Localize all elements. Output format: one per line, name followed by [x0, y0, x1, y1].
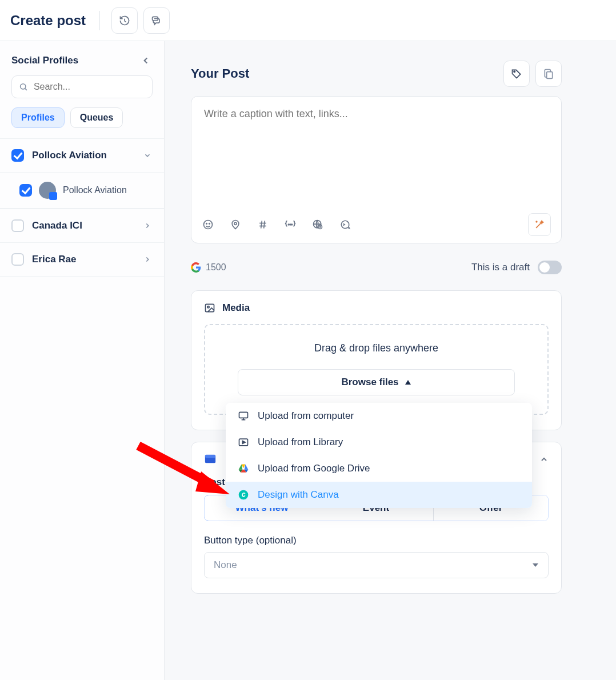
svg-point-21	[536, 221, 537, 222]
svg-marker-24	[405, 380, 411, 385]
google-icon	[191, 262, 201, 273]
svg-point-10	[234, 222, 237, 225]
button-type-value: None	[214, 559, 237, 571]
globe-icon	[312, 219, 323, 230]
divider	[99, 11, 100, 30]
svg-line-4	[25, 89, 27, 90]
button-type-select[interactable]: None	[204, 552, 549, 578]
svg-point-8	[206, 223, 207, 225]
checkbox[interactable]	[11, 149, 24, 162]
collapse-gbp-button[interactable]	[539, 455, 549, 464]
tag-button[interactable]	[503, 61, 530, 87]
comment-button[interactable]	[339, 218, 351, 231]
browse-files-menu: Upload from computer Upload from Library…	[226, 403, 532, 508]
profile-name: Pollock Aviation	[63, 185, 127, 195]
search-input-wrap[interactable]	[11, 75, 153, 98]
svg-marker-27	[533, 563, 538, 567]
chevron-right-icon[interactable]	[142, 221, 153, 231]
menu-label: Upload from computer	[258, 410, 354, 422]
menu-upload-computer[interactable]: Upload from computer	[226, 403, 532, 429]
tag-icon	[511, 68, 522, 79]
gbp-icon	[204, 453, 217, 465]
char-count-value: 1500	[206, 262, 226, 273]
button-type-label: Button type (optional)	[204, 535, 549, 546]
chevron-left-icon	[141, 55, 151, 66]
pin-icon	[230, 219, 241, 230]
magic-wand-icon	[534, 219, 545, 230]
profile-group-pollock[interactable]: Pollock Aviation	[0, 139, 164, 172]
gdrive-icon	[238, 463, 249, 474]
avatar	[39, 182, 56, 199]
checkbox[interactable]	[11, 219, 24, 232]
svg-line-13	[261, 221, 262, 228]
history-icon	[119, 15, 130, 26]
svg-line-1	[125, 21, 126, 22]
copy-button[interactable]	[535, 61, 562, 87]
tab-queues[interactable]: Queues	[70, 107, 123, 128]
hashtag-icon	[257, 219, 269, 230]
svg-rect-26	[205, 455, 215, 458]
profile-row-pollock[interactable]: Pollock Aviation	[0, 172, 164, 209]
svg-point-17	[291, 224, 293, 225]
copy-icon	[543, 68, 554, 79]
caption-input[interactable]	[204, 108, 549, 199]
emoji-icon	[202, 219, 214, 230]
tab-profiles[interactable]: Profiles	[11, 107, 65, 128]
monitor-icon	[238, 410, 249, 422]
collapse-sidebar-button[interactable]	[139, 54, 153, 67]
menu-label: Upload from Library	[258, 437, 343, 448]
feedback-button[interactable]	[143, 7, 170, 34]
emoji-button[interactable]	[202, 218, 214, 231]
variables-button[interactable]	[284, 218, 297, 231]
sidebar-title: Social Profiles	[11, 55, 78, 66]
svg-marker-32	[242, 441, 245, 444]
svg-point-16	[290, 224, 291, 225]
menu-upload-library[interactable]: Upload from Library	[226, 429, 532, 455]
ai-assist-button[interactable]	[528, 213, 551, 236]
draft-label: This is a draft	[471, 262, 530, 273]
comment-icon	[339, 219, 351, 230]
svg-point-40	[239, 490, 249, 500]
search-input[interactable]	[34, 82, 145, 92]
draft-toggle[interactable]	[538, 261, 562, 274]
checkbox[interactable]	[19, 184, 32, 197]
hashtag-button[interactable]	[257, 218, 269, 231]
media-heading: Media	[222, 302, 250, 314]
svg-rect-6	[547, 72, 553, 79]
browse-files-button[interactable]: Browse files	[238, 369, 515, 395]
svg-line-14	[264, 221, 265, 228]
svg-point-23	[207, 306, 209, 308]
browse-label: Browse files	[341, 377, 398, 388]
svg-line-20	[536, 222, 542, 228]
your-post-heading: Your Post	[191, 66, 249, 81]
profile-group-erica-rae[interactable]: Erica Rae	[0, 243, 164, 276]
menu-upload-gdrive[interactable]: Upload from Google Drive	[226, 455, 532, 482]
dropdown-caret-icon	[532, 562, 539, 569]
sidebar: Social Profiles Profiles Queues Pollock …	[0, 41, 165, 680]
menu-label: Design with Canva	[258, 489, 339, 501]
library-icon	[238, 437, 249, 448]
chevron-up-icon	[539, 455, 549, 464]
menu-label: Upload from Google Drive	[258, 463, 370, 474]
chevron-right-icon[interactable]	[142, 254, 153, 265]
menu-design-canva[interactable]: Design with Canva	[226, 482, 532, 508]
chevron-down-icon[interactable]	[142, 150, 153, 161]
chat-icon	[151, 15, 162, 26]
triangle-up-icon	[405, 379, 411, 386]
group-label: Canada ICI	[32, 220, 134, 231]
svg-marker-35	[245, 465, 249, 470]
globe-button[interactable]	[311, 218, 324, 231]
char-counter: 1500	[191, 262, 226, 273]
location-button[interactable]	[229, 218, 242, 231]
svg-point-7	[204, 221, 213, 229]
page-title: Create post	[10, 13, 86, 29]
network-badge-icon	[49, 192, 57, 200]
svg-rect-22	[206, 304, 214, 311]
profile-group-canada-ici[interactable]: Canada ICI	[0, 209, 164, 242]
canva-icon	[238, 489, 249, 501]
svg-point-3	[21, 84, 26, 89]
drop-zone[interactable]: Drag & drop files anywhere Browse files	[204, 324, 549, 415]
checkbox[interactable]	[11, 253, 24, 266]
history-button[interactable]	[111, 7, 138, 34]
svg-marker-36	[239, 465, 243, 470]
